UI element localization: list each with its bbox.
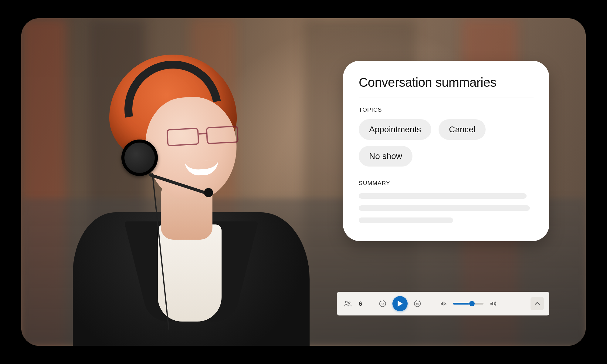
volume-slider[interactable] (453, 303, 483, 305)
topic-chip-appointments[interactable]: Appointments (359, 119, 431, 140)
divider (359, 97, 534, 97)
conversation-summaries-card: Conversation summaries TOPICS Appointmen… (343, 61, 549, 241)
topics-section-label: TOPICS (359, 106, 534, 113)
summary-skeleton-line (359, 193, 527, 199)
topic-chip-cancel[interactable]: Cancel (439, 119, 486, 140)
card-title: Conversation summaries (359, 75, 534, 90)
svg-text:15: 15 (381, 303, 384, 305)
audio-player-bar: 6 15 15 (337, 292, 549, 315)
skip-forward-button[interactable]: 15 (412, 298, 423, 309)
playback-controls: 15 15 (377, 296, 423, 311)
expand-player-button[interactable] (531, 297, 544, 310)
volume-button[interactable] (488, 298, 499, 309)
svg-text:15: 15 (416, 303, 419, 305)
mute-button[interactable] (438, 298, 449, 309)
topic-chips: Appointments Cancel No show (359, 119, 534, 167)
skip-back-button[interactable]: 15 (377, 298, 388, 309)
summary-skeleton-line (359, 217, 453, 223)
participants-icon (342, 298, 353, 309)
volume-controls (438, 298, 499, 309)
play-button[interactable] (392, 296, 408, 311)
summary-section-label: SUMMARY (359, 180, 534, 187)
summary-placeholder (359, 193, 534, 223)
app-frame: Conversation summaries TOPICS Appointmen… (21, 18, 586, 346)
summary-skeleton-line (359, 205, 530, 211)
participants-count: 6 (359, 300, 362, 307)
participants-group: 6 (342, 298, 362, 309)
svg-point-1 (348, 302, 350, 303)
topic-chip-no-show[interactable]: No show (359, 146, 412, 167)
agent-illustration (46, 42, 319, 346)
svg-point-0 (345, 301, 347, 303)
